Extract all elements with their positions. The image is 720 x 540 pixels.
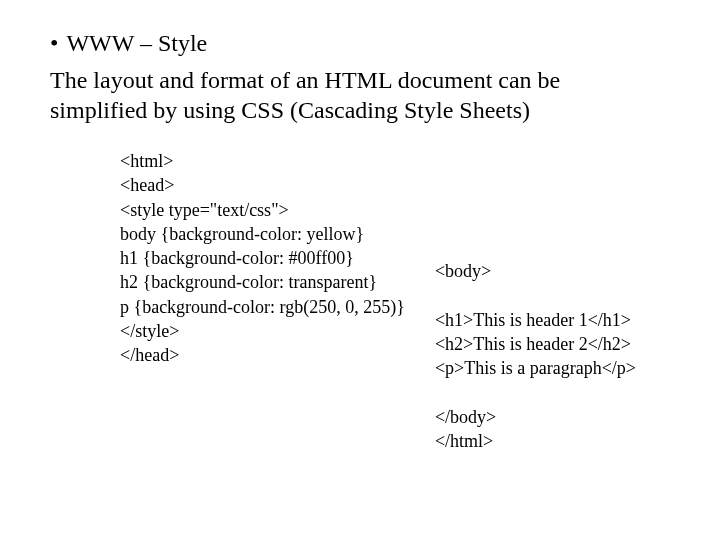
bullet-dot-icon: • (50, 30, 58, 57)
code-area: <html> <head> <style type="text/css"> bo… (40, 149, 680, 453)
bullet-item: • WWW – Style (40, 30, 680, 57)
slide-description: The layout and format of an HTML documen… (40, 65, 660, 125)
code-right: <body> <h1>This is header 1</h1> <h2>Thi… (435, 149, 636, 453)
bullet-title: WWW – Style (66, 30, 207, 57)
slide: • WWW – Style The layout and format of a… (40, 30, 680, 510)
code-left: <html> <head> <style type="text/css"> bo… (120, 149, 405, 368)
